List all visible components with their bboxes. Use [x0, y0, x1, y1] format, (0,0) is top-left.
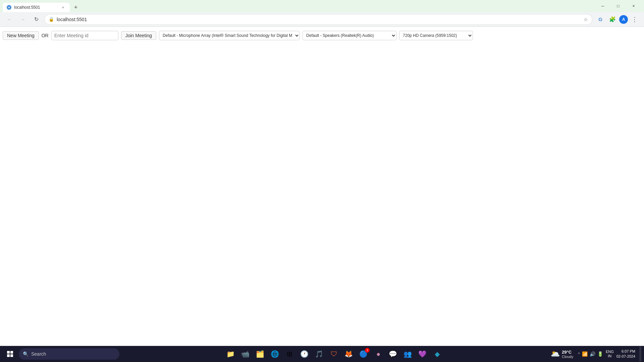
taskbar-right: 🌥️ 29°C Cloudy ^ 📶 🔊 🔋 ENG IN 6:07 PM 02… [549, 347, 641, 361]
back-button[interactable]: ← [4, 14, 15, 25]
more-icon: ⋮ [632, 16, 638, 23]
new-meeting-button[interactable]: New Meeting [3, 31, 39, 40]
nav-right-icons: G 🧩 A ⋮ [595, 14, 640, 25]
taskbar-app-clock[interactable]: 🕐 [298, 347, 311, 361]
tray-wifi-icon[interactable]: 📶 [582, 351, 588, 357]
weather-desc: Cloudy [562, 355, 573, 359]
active-tab[interactable]: ● localhost:5501 × [3, 3, 70, 12]
taskbar-app-meet[interactable]: 📹 [239, 347, 252, 361]
microphone-select[interactable]: Default - Microphone Array (Intel® Smart… [159, 31, 300, 40]
lock-icon: 🔒 [49, 17, 54, 22]
search-bar[interactable]: 🔍 Search [19, 348, 119, 360]
page-content: New Meeting OR Join Meeting Default - Mi… [0, 27, 644, 362]
minimize-button[interactable]: ─ [595, 0, 610, 12]
tab-favicon: ● [7, 5, 11, 10]
speaker-select[interactable]: Default - Speakers (Realtek(R) Audio) [303, 31, 396, 40]
maximize-button[interactable]: □ [610, 0, 626, 12]
windows-icon [7, 351, 13, 357]
taskbar-app-purple[interactable]: 💜 [416, 347, 429, 361]
taskbar-app-shield[interactable]: 🛡 [327, 347, 341, 361]
title-bar: ● localhost:5501 × + ─ □ × [0, 0, 644, 12]
tab-bar: ● localhost:5501 × + [3, 0, 590, 12]
search-icon: 🔍 [23, 351, 29, 357]
taskbar-app-chrome2[interactable]: ● [372, 347, 385, 361]
camera-select[interactable]: 720p HD Camera (5959:1502) [399, 31, 473, 40]
address-bar[interactable]: 🔒 localhost:5501 ☆ [44, 14, 592, 25]
start-button[interactable] [3, 347, 17, 361]
weather-temp: 29°C [562, 350, 573, 355]
window-controls: ─ □ × [595, 0, 641, 12]
taskbar: 🔍 Search 📁 📹 🗂️ 🌐 ⊞ 🕐 🎵 🛡 🦊 🔵 3 ● 💬 👥 💜 [0, 346, 644, 362]
join-meeting-button[interactable]: Join Meeting [121, 31, 156, 40]
taskbar-app-grid[interactable]: ⊞ [283, 347, 297, 361]
taskbar-app-files[interactable]: 📁 [224, 347, 237, 361]
page-body [3, 42, 641, 359]
url-text: localhost:5501 [57, 17, 581, 22]
chrome-badge: 3 [365, 348, 370, 353]
google-translate-button[interactable]: G [595, 14, 606, 25]
taskbar-app-firefox[interactable]: 🦊 [342, 347, 356, 361]
tray-speaker-icon[interactable]: 🔊 [590, 351, 595, 357]
close-button[interactable]: × [626, 0, 641, 12]
tab-title: localhost:5501 [14, 5, 58, 10]
taskbar-apps: 📁 📹 🗂️ 🌐 ⊞ 🕐 🎵 🛡 🦊 🔵 3 ● 💬 👥 💜 ◆ [119, 347, 549, 361]
show-desktop-button[interactable] [639, 347, 641, 361]
weather-widget[interactable]: 🌥️ 29°C Cloudy [549, 350, 575, 359]
new-tab-button[interactable]: + [71, 3, 80, 12]
language-indicator[interactable]: ENG IN [606, 350, 614, 358]
extensions-button[interactable]: 🧩 [607, 14, 618, 25]
controls-row: New Meeting OR Join Meeting Default - Mi… [3, 29, 641, 42]
taskbar-app-vscode[interactable]: ◆ [431, 347, 444, 361]
search-placeholder-text: Search [31, 351, 46, 357]
taskbar-app-music[interactable]: 🎵 [313, 347, 326, 361]
tray-icons: ^ 📶 🔊 🔋 [578, 351, 603, 357]
more-options-button[interactable]: ⋮ [629, 14, 640, 25]
reload-button[interactable]: ↻ [31, 14, 42, 25]
meeting-id-input[interactable] [51, 31, 118, 40]
weather-icon: 🌥️ [551, 350, 560, 358]
taskbar-app-teams[interactable]: 👥 [401, 347, 415, 361]
tray-battery-icon[interactable]: 🔋 [597, 351, 603, 357]
taskbar-app-folder[interactable]: 🗂️ [254, 347, 267, 361]
system-clock[interactable]: 6:07 PM 02-07-2024 [616, 349, 635, 359]
navigation-bar: ← → ↻ 🔒 localhost:5501 ☆ G 🧩 A ⋮ [0, 12, 644, 27]
profile-letter: A [622, 17, 625, 22]
forward-button[interactable]: → [17, 14, 28, 25]
tray-expand-chevron[interactable]: ^ [578, 352, 580, 356]
taskbar-app-discord[interactable]: 💬 [386, 347, 400, 361]
taskbar-app-chrome[interactable]: 🔵 3 [357, 347, 370, 361]
taskbar-left: 🔍 Search [3, 347, 119, 361]
or-label: OR [42, 33, 49, 38]
taskbar-app-edge[interactable]: 🌐 [268, 347, 282, 361]
profile-button[interactable]: A [619, 15, 628, 24]
tab-close-button[interactable]: × [60, 5, 66, 10]
bookmark-star-icon[interactable]: ☆ [584, 17, 588, 22]
